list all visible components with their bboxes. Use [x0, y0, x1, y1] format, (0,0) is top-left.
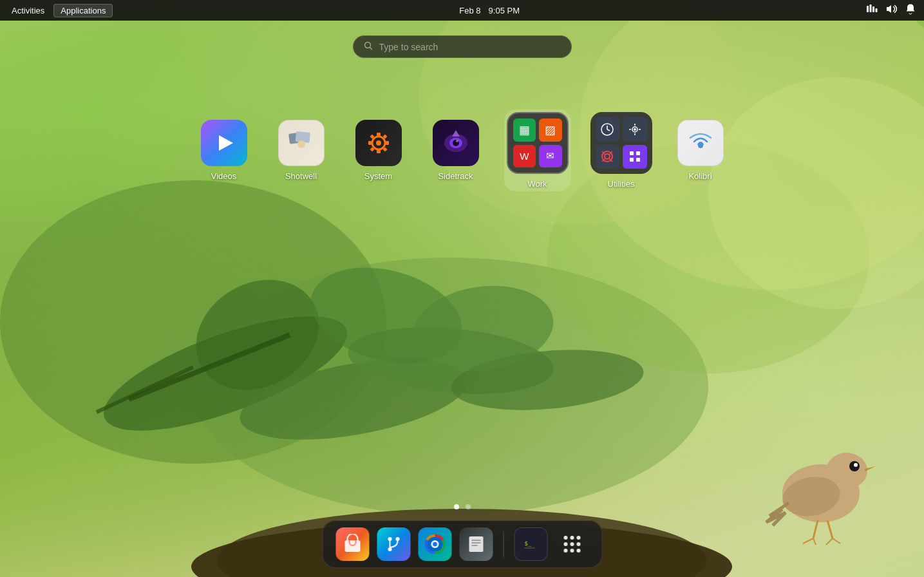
dock-icon-browser[interactable]: [418, 527, 451, 561]
svg-point-93: [576, 536, 580, 540]
svg-point-91: [563, 536, 567, 540]
util-mini-2: [623, 117, 647, 142]
activities-button[interactable]: Activities: [5, 5, 51, 17]
svg-point-63: [605, 154, 610, 159]
svg-line-23: [827, 520, 833, 538]
svg-marker-52: [452, 130, 460, 137]
svg-rect-70: [630, 158, 634, 162]
topbar-time: 9:05 PM: [489, 6, 520, 15]
svg-point-95: [570, 542, 574, 546]
search-bar[interactable]: [353, 35, 572, 58]
dock-icon-notes[interactable]: [459, 527, 493, 561]
page-dot-1[interactable]: [454, 504, 459, 509]
app-icon-videos[interactable]: Videos: [195, 120, 253, 181]
page-dot-2[interactable]: [466, 504, 471, 509]
svg-point-98: [570, 549, 574, 553]
svg-point-75: [395, 537, 399, 541]
videos-label: Videos: [211, 171, 237, 181]
svg-point-32: [364, 43, 370, 48]
applications-button[interactable]: Applications: [53, 4, 113, 17]
svg-rect-40: [377, 133, 381, 136]
svg-point-51: [456, 140, 458, 142]
app-icon-sidetrack[interactable]: Sidetrack: [427, 120, 485, 181]
svg-rect-28: [867, 6, 869, 12]
search-icon: [364, 41, 373, 52]
svg-rect-29: [870, 5, 872, 12]
kolibri-icon-img: [677, 120, 724, 166]
app-icon-kolibri[interactable]: Kolibri: [672, 120, 730, 181]
search-bar-container: [353, 35, 572, 58]
svg-rect-68: [630, 151, 634, 155]
svg-rect-84: [469, 536, 483, 552]
search-input[interactable]: [379, 42, 561, 52]
volume-icon[interactable]: [885, 3, 897, 17]
notifications-icon[interactable]: [905, 3, 916, 17]
svg-line-24: [803, 538, 813, 544]
utilities-label: Utilities: [608, 179, 635, 189]
page-indicators: [454, 504, 471, 509]
svg-point-39: [376, 140, 381, 146]
svg-point-74: [388, 537, 391, 541]
svg-point-94: [563, 542, 567, 546]
system-label: System: [364, 171, 392, 181]
svg-rect-69: [636, 151, 640, 155]
util-mini-3: [596, 145, 620, 169]
svg-rect-41: [377, 150, 381, 153]
svg-point-57: [634, 128, 636, 131]
svg-line-27: [833, 538, 840, 544]
svg-point-97: [563, 549, 567, 553]
dock-icon-apps[interactable]: [555, 527, 589, 561]
shotwell-label: Shotwell: [285, 171, 317, 181]
sidetrack-label: Sidetrack: [438, 171, 473, 181]
dock: $_: [322, 520, 602, 568]
svg-rect-71: [636, 158, 640, 162]
svg-point-99: [576, 549, 580, 553]
svg-marker-34: [219, 135, 233, 151]
svg-line-55: [607, 129, 610, 131]
svg-line-26: [826, 538, 833, 545]
bird-decoration: [757, 410, 885, 551]
app-icon-system[interactable]: System: [350, 120, 408, 181]
app-icon-utilities[interactable]: Utilities: [590, 112, 652, 189]
topbar-right: [866, 3, 924, 17]
work-mini-2: ▨: [539, 118, 562, 142]
topbar-left: Activities Applications: [0, 4, 113, 17]
dock-separator: [503, 531, 504, 557]
svg-point-92: [570, 536, 574, 540]
topbar-date: Feb 8: [459, 6, 480, 15]
work-label: Work: [527, 179, 547, 189]
system-icon-img: [355, 120, 402, 166]
network-icon[interactable]: [866, 3, 878, 17]
app-icon-shotwell[interactable]: Shotwell: [272, 120, 330, 181]
svg-rect-43: [386, 141, 389, 145]
svg-point-76: [388, 547, 391, 551]
svg-rect-31: [876, 8, 878, 12]
app-icon-work[interactable]: ▦ ▨ W ✉ Work: [504, 109, 571, 191]
svg-text:$_: $_: [524, 540, 531, 547]
dock-icon-terminal[interactable]: $_: [514, 527, 547, 561]
dock-icon-store[interactable]: [335, 527, 369, 561]
shotwell-icon-img: [278, 120, 325, 166]
svg-point-20: [854, 463, 858, 467]
svg-point-37: [297, 140, 305, 148]
util-mini-1: [596, 117, 620, 142]
util-mini-4: [623, 145, 647, 169]
topbar: Activities Applications Feb 8 9:05 PM: [0, 0, 924, 21]
work-mini-1: ▦: [513, 118, 536, 142]
kolibri-label: Kolibri: [688, 171, 712, 181]
dock-icon-source[interactable]: [377, 527, 410, 561]
app-grid: Videos Shotwell: [195, 109, 730, 191]
svg-line-22: [813, 520, 818, 538]
svg-point-96: [576, 542, 580, 546]
utilities-folder-grid: [590, 112, 652, 174]
videos-icon-img: [201, 120, 247, 166]
topbar-center: Feb 8 9:05 PM: [113, 6, 866, 15]
svg-line-33: [370, 48, 372, 50]
work-mini-4: ✉: [539, 145, 562, 168]
svg-line-25: [813, 538, 816, 545]
svg-rect-42: [368, 141, 372, 145]
work-mini-3: W: [513, 145, 536, 168]
svg-point-83: [433, 542, 437, 547]
work-folder-grid: ▦ ▨ W ✉: [507, 112, 569, 174]
sidetrack-icon-img: [433, 120, 479, 166]
